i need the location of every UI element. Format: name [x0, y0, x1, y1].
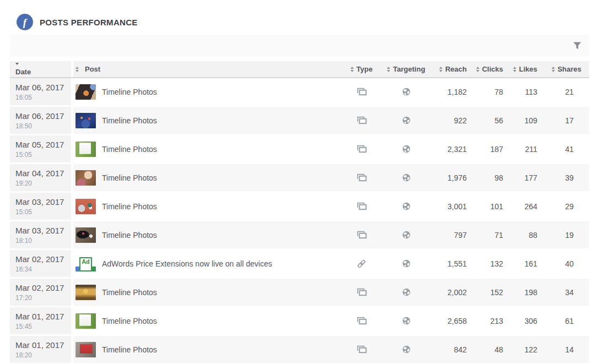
- column-header-clicks[interactable]: Clicks: [476, 61, 512, 77]
- photos-icon: [357, 116, 367, 124]
- photos-icon: [357, 317, 367, 325]
- reach-value: 2,002: [431, 279, 476, 306]
- table-row: Mar 04, 201719:20Timeline Photos1,976981…: [10, 164, 589, 191]
- post-time: 18:20: [15, 351, 32, 359]
- sort-icon: [552, 67, 555, 72]
- post-date: Mar 03, 2017: [15, 197, 64, 207]
- post-title: Timeline Photos: [102, 345, 157, 354]
- clicks-value: 187: [476, 135, 512, 162]
- type-cell: [342, 135, 381, 162]
- post-time: 15:05: [15, 208, 32, 216]
- reach-value: 1,551: [431, 250, 476, 277]
- post-cell: Timeline Photos: [73, 107, 342, 134]
- post-thumbnail: Ad: [75, 256, 96, 271]
- table-row: Mar 02, 201717:20Timeline Photos2,002152…: [10, 279, 589, 306]
- date-cell: Mar 03, 201715:05: [10, 193, 73, 220]
- type-cell: [342, 336, 381, 363]
- column-header-reach[interactable]: Reach: [431, 61, 476, 77]
- shares-value: 21: [546, 78, 589, 105]
- widget-header: f POSTS PERFORMANCE: [10, 0, 589, 35]
- post-time: 15:45: [15, 323, 32, 330]
- targeting-cell: [381, 336, 431, 363]
- likes-value: 122: [512, 336, 546, 363]
- date-cell: Mar 01, 201718:20: [10, 336, 73, 363]
- page-title: POSTS PERFORMANCE: [40, 18, 138, 27]
- post-time: 19:20: [15, 180, 32, 187]
- likes-value: 211: [512, 135, 546, 162]
- table-row: Mar 05, 201715:05Timeline Photos2,321187…: [10, 135, 589, 162]
- type-cell: [342, 107, 381, 134]
- table-row: Mar 01, 201718:20Timeline Photos84248122…: [10, 336, 589, 363]
- table-header-row: DatePostTypeTargetingReachClicksLikesSha…: [10, 61, 589, 78]
- reach-value: 3,001: [431, 193, 476, 220]
- post-title: Timeline Photos: [102, 231, 157, 240]
- column-header-type[interactable]: Type: [342, 61, 381, 77]
- reach-value: 1,976: [431, 164, 476, 191]
- likes-value: 177: [512, 164, 546, 191]
- clicks-value: 213: [476, 307, 512, 334]
- likes-value: 198: [512, 279, 546, 306]
- targeting-cell: [381, 221, 431, 248]
- type-cell: [342, 193, 381, 220]
- reach-value: 797: [431, 221, 476, 248]
- post-title: Timeline Photos: [102, 145, 157, 154]
- thumbnail-label: Ad: [79, 257, 92, 271]
- date-cell: Mar 02, 201716:34: [10, 250, 73, 277]
- targeting-cell: [381, 193, 431, 220]
- column-header-date[interactable]: Date: [10, 61, 73, 77]
- post-cell: AdAdWords Price Extensions now live on a…: [73, 250, 342, 277]
- posts-performance-widget: f POSTS PERFORMANCE DatePostTypeTargetin…: [0, 0, 599, 363]
- targeting-cell: [381, 164, 431, 191]
- targeting-cell: [381, 135, 431, 162]
- table-row: Mar 01, 201715:45Timeline Photos2,658213…: [10, 307, 589, 334]
- post-cell: Timeline Photos: [73, 307, 342, 334]
- globe-icon: [402, 259, 411, 268]
- targeting-cell: [381, 250, 431, 277]
- column-label: Shares: [558, 65, 581, 73]
- post-title: Timeline Photos: [102, 88, 157, 96]
- post-time: 17:20: [15, 294, 32, 302]
- column-label: Date: [15, 68, 31, 76]
- post-time: 18:50: [15, 122, 32, 130]
- reach-value: 1,182: [431, 78, 476, 105]
- clicks-value: 48: [476, 336, 512, 363]
- sort-icon: [513, 67, 516, 72]
- reach-value: 922: [431, 107, 476, 134]
- column-header-post[interactable]: Post: [73, 61, 342, 77]
- sort-icon: [350, 67, 354, 72]
- date-cell: Mar 02, 201717:20: [10, 279, 73, 306]
- type-cell: [342, 307, 381, 334]
- shares-value: 34: [546, 279, 589, 306]
- photos-icon: [357, 231, 367, 239]
- post-title: Timeline Photos: [102, 202, 157, 211]
- targeting-cell: [381, 279, 431, 306]
- post-cell: Timeline Photos: [73, 164, 342, 191]
- sort-icon: [75, 67, 79, 72]
- post-thumbnail: [75, 227, 96, 243]
- date-cell: Mar 05, 201715:05: [10, 135, 73, 162]
- sort-icon: [15, 63, 19, 65]
- photos-icon: [357, 288, 367, 296]
- post-thumbnail: [75, 84, 96, 100]
- sort-icon: [387, 67, 390, 72]
- post-thumbnail: [75, 285, 96, 300]
- photos-icon: [357, 145, 367, 153]
- date-cell: Mar 01, 201715:45: [10, 307, 73, 334]
- likes-value: 264: [512, 193, 546, 220]
- post-title: Timeline Photos: [102, 288, 157, 297]
- column-header-targeting[interactable]: Targeting: [381, 61, 431, 77]
- column-label: Targeting: [393, 65, 425, 73]
- filter-funnel-icon[interactable]: [573, 42, 581, 50]
- column-header-shares[interactable]: Shares: [546, 61, 589, 77]
- column-header-likes[interactable]: Likes: [512, 61, 546, 77]
- globe-icon: [402, 202, 411, 210]
- post-thumbnail: [75, 170, 96, 186]
- link-icon: [357, 259, 366, 269]
- post-cell: Timeline Photos: [73, 336, 342, 363]
- targeting-cell: [381, 107, 431, 134]
- post-thumbnail: [75, 342, 96, 357]
- photos-icon: [357, 202, 367, 210]
- clicks-value: 78: [476, 78, 512, 105]
- post-time: 15:05: [15, 151, 32, 159]
- type-cell: [342, 250, 381, 277]
